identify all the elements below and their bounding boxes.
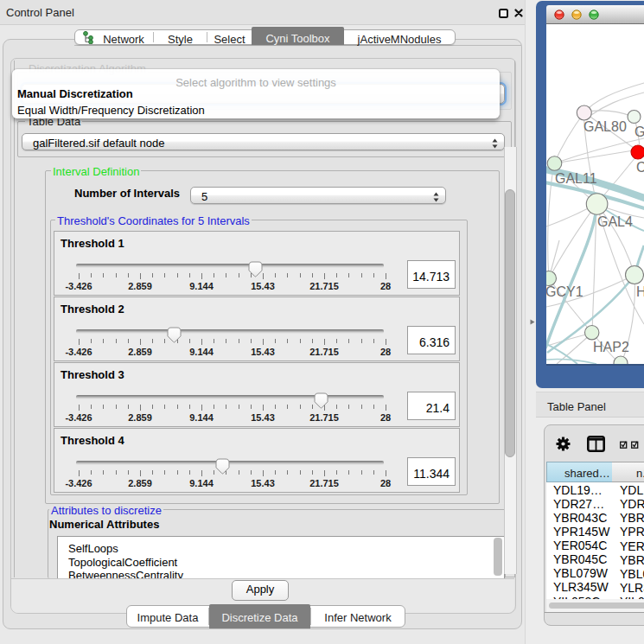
svg-text:GCY1: GCY1 bbox=[546, 284, 583, 299]
svg-text:GA: GA bbox=[634, 124, 644, 139]
svg-text:HAP2: HAP2 bbox=[593, 340, 629, 354]
svg-text:GAL4: GAL4 bbox=[597, 214, 633, 229]
svg-text:C: C bbox=[636, 160, 644, 175]
svg-text:GAL80: GAL80 bbox=[583, 119, 627, 134]
svg-text:GAL11: GAL11 bbox=[555, 171, 597, 186]
svg-text:H: H bbox=[636, 284, 644, 299]
